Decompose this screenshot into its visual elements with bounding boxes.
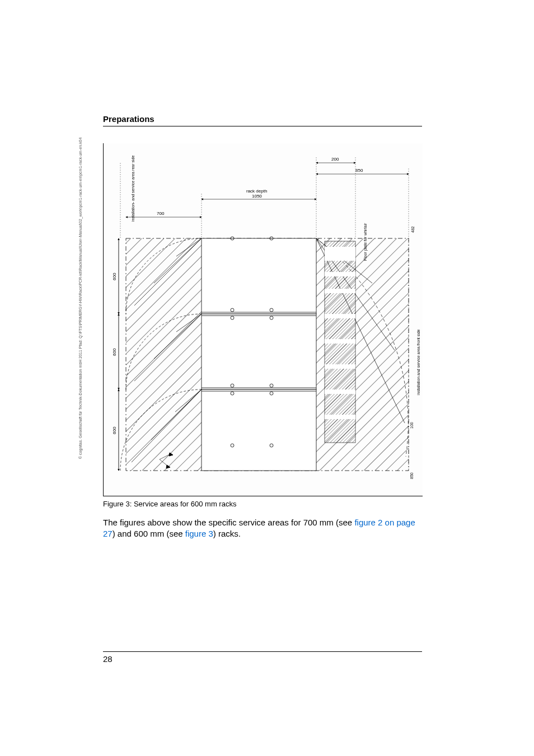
figure-diagram: 200 850 rack depth 1050 700 600 [103, 143, 423, 496]
dim-100: 100 [410, 422, 414, 429]
dim-850r: 850 [410, 472, 414, 479]
rear-side-label: installation- and service area rear side [131, 156, 135, 222]
svg-rect-40 [325, 339, 355, 344]
page-number: 28 [103, 654, 422, 664]
dim-600a: 600 [112, 273, 117, 280]
svg-rect-6 [202, 389, 316, 471]
body-post: ) racks. [213, 529, 241, 538]
title-rule [103, 126, 422, 126]
body-mid: ) and 600 mm (see [113, 529, 185, 538]
svg-rect-41 [325, 364, 355, 369]
rack-depth-label: rack depth [246, 189, 267, 194]
svg-rect-38 [325, 289, 355, 293]
link-figure-3[interactable]: figure 3 [185, 529, 213, 538]
service-area-svg: 200 850 rack depth 1050 700 600 [104, 143, 423, 496]
body-paragraph: The figures above show the specific serv… [103, 517, 422, 540]
svg-rect-39 [325, 314, 355, 318]
footer: 28 [103, 651, 422, 664]
front-side-label: installation and service area front side [416, 329, 420, 395]
side-note: © cognitas. Gesellschaft für Technik-Dok… [78, 138, 82, 459]
svg-rect-4 [202, 238, 316, 314]
dim-482: 482 [411, 226, 415, 233]
dim-600b: 600 [112, 348, 117, 356]
section-title: Preparations [103, 114, 422, 124]
svg-rect-37 [325, 272, 355, 276]
dim-700: 700 [157, 211, 165, 216]
svg-rect-5 [202, 314, 316, 389]
svg-rect-42 [325, 389, 355, 394]
footer-rule [103, 651, 422, 652]
figure-caption: Figure 3: Service areas for 600 mm racks [103, 500, 422, 508]
svg-rect-36 [325, 247, 355, 261]
svg-rect-43 [325, 415, 355, 419]
content-area: Preparations [103, 114, 422, 540]
dim-600c: 600 [112, 426, 117, 434]
dim-200: 200 [331, 157, 339, 162]
dim-850-top: 850 [355, 168, 363, 173]
floor-plate-label: Floor plate for whirlair [363, 223, 368, 261]
rack-depth-val: 1050 [252, 194, 262, 199]
body-pre: The figures above show the specific serv… [103, 518, 354, 527]
